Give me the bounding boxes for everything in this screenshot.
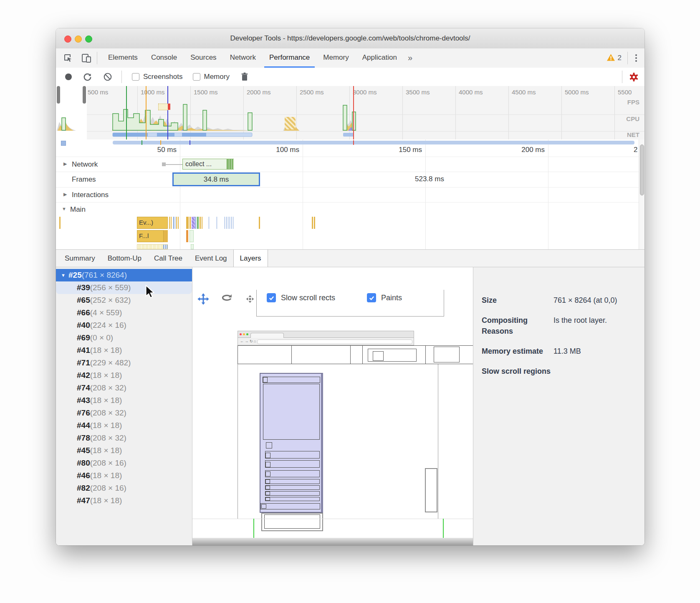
tab-performance[interactable]: Performance	[263, 48, 316, 68]
tab-event-log[interactable]: Event Log	[189, 250, 233, 267]
layer-tree-item[interactable]: #69(0 × 0)	[56, 332, 192, 344]
layer-id: #41	[77, 346, 90, 355]
marker-line-red	[353, 86, 354, 139]
record-button[interactable]	[65, 73, 72, 80]
selection-handle-left[interactable]	[57, 86, 60, 104]
layer-size: (18 × 18)	[90, 446, 122, 455]
screenshot-thumb-placeholder	[158, 104, 168, 110]
layer-tree-item[interactable]: #39(256 × 559)	[56, 281, 192, 294]
main-band	[137, 244, 168, 249]
detail-value	[553, 366, 620, 377]
tab-layers[interactable]: Layers	[233, 250, 268, 267]
screenshots-checkbox[interactable]	[132, 73, 139, 81]
layer-size: (252 × 632)	[90, 296, 131, 304]
inspect-element-icon[interactable]	[62, 52, 74, 64]
tab-bottom-up[interactable]: Bottom-Up	[101, 250, 148, 267]
reset-view-icon[interactable]	[243, 291, 258, 307]
network-request-bar[interactable]: collect ...	[182, 159, 234, 170]
gridline	[303, 139, 303, 249]
row-divider	[56, 187, 644, 187]
mini-browser-titlebar	[238, 331, 414, 338]
trash-icon[interactable]	[240, 72, 249, 81]
mini-browser-toolbar: ← → ↻ ⌂	[238, 338, 414, 345]
tab-summary[interactable]: Summary	[58, 250, 101, 267]
row-divider	[56, 202, 644, 203]
main-thread-task	[200, 217, 201, 229]
tab-console[interactable]: Console	[144, 48, 184, 68]
reload-and-profile-icon[interactable]	[83, 72, 92, 82]
selected-frame[interactable]: 34.8 ms	[172, 172, 260, 186]
main-thread-task	[178, 217, 179, 229]
kebab-menu-icon[interactable]	[632, 54, 644, 62]
pan-mode-icon[interactable]	[196, 291, 211, 307]
layer-size: (18 × 18)	[90, 496, 122, 505]
tab-call-tree[interactable]: Call Tree	[148, 250, 189, 267]
layer-tree-item[interactable]: #40(224 × 16)	[56, 319, 192, 332]
gridline	[425, 139, 426, 249]
layer-tree-item[interactable]: #82(208 × 16)	[56, 482, 192, 494]
layer-tree-item[interactable]: #42(18 × 18)	[56, 369, 192, 382]
layer-tree-item[interactable]: #71(229 × 482)	[56, 357, 192, 369]
layer-tree-item[interactable]: #47(18 × 18)	[56, 494, 192, 507]
main-function-bar[interactable]: F...l	[137, 230, 164, 242]
main-thread-task	[190, 217, 191, 229]
main-thread-task	[59, 217, 61, 229]
interactions-expand-icon[interactable]: ▶	[63, 192, 67, 197]
layer-tree-item[interactable]: #78(208 × 32)	[56, 432, 192, 444]
tab-application[interactable]: Application	[356, 48, 404, 68]
layer-tree-item[interactable]: #76(208 × 32)	[56, 407, 192, 419]
layer-id: #82	[77, 484, 90, 492]
tab-network[interactable]: Network	[223, 48, 263, 68]
layer-tree-item[interactable]: #41(18 × 18)	[56, 344, 192, 357]
network-request-square	[162, 162, 166, 166]
flame-chart[interactable]: 50 ms100 ms150 ms200 ms2 ▶ Network colle…	[56, 139, 644, 249]
layer-tree-item[interactable]: #43(18 × 18)	[56, 394, 192, 407]
layer-tree-item[interactable]: #46(18 × 18)	[56, 469, 192, 482]
layer-id: #25	[68, 271, 82, 279]
settings-gear-icon[interactable]	[618, 71, 639, 83]
main-collapse-icon[interactable]: ▼	[62, 206, 66, 211]
paints-checkbox[interactable]	[367, 293, 376, 302]
layer-size: (761 × 8264)	[82, 271, 127, 279]
main-event-bar[interactable]: Ev...)	[137, 217, 168, 229]
slow-scroll-rects-checkbox[interactable]	[267, 293, 276, 302]
layer-tree-item[interactable]: #65(252 × 632)	[56, 294, 192, 307]
layer-canvas-pane[interactable]: Slow scroll rects Paints ← → ↻ ⌂	[192, 267, 473, 545]
flame-scroll-strip[interactable]	[113, 141, 634, 144]
main-thread-task	[314, 217, 315, 229]
memory-checkbox-row[interactable]: Memory	[193, 73, 230, 81]
strip-marker-orange	[160, 140, 161, 145]
layer-size: (18 × 18)	[90, 471, 122, 480]
clear-icon[interactable]	[103, 72, 112, 81]
layer-tree-item[interactable]: #66(4 × 559)	[56, 307, 192, 319]
tab-elements[interactable]: Elements	[101, 48, 144, 68]
screenshots-checkbox-row[interactable]: Screenshots	[132, 73, 183, 81]
main-row-label: Main	[70, 205, 86, 214]
warning-icon[interactable]	[606, 53, 615, 63]
details-tabbar: SummaryBottom-UpCall TreeEvent LogLayers	[56, 249, 644, 267]
collapse-icon[interactable]: ▼	[61, 269, 66, 281]
layer-id: #45	[77, 446, 90, 455]
selection-handle-right[interactable]	[83, 86, 86, 104]
strip-handle[interactable]	[61, 141, 66, 146]
timeline-overview[interactable]: 500 ms1000 ms1500 ms2000 ms2500 ms3000 m…	[56, 86, 644, 140]
more-tabs-chevron[interactable]: »	[404, 48, 417, 68]
layer-tree-item[interactable]: ▼#25(761 × 8264)	[56, 269, 192, 281]
memory-checkbox[interactable]	[193, 73, 200, 81]
rotate-mode-icon[interactable]	[219, 291, 234, 307]
main-thread-task	[231, 217, 232, 229]
scrollbar-thumb[interactable]	[640, 144, 644, 195]
tab-memory[interactable]: Memory	[316, 48, 355, 68]
device-toolbar-icon[interactable]	[80, 52, 93, 64]
overview-selection-window[interactable]	[56, 86, 87, 139]
layer-size: (208 × 16)	[90, 459, 126, 467]
layer-size: (4 × 559)	[90, 308, 122, 317]
devtools-tabbar: ElementsConsoleSourcesNetworkPerformance…	[56, 48, 644, 68]
layer-tree-item[interactable]: #45(18 × 18)	[56, 444, 192, 457]
layer-tree-item[interactable]: #80(208 × 16)	[56, 457, 192, 469]
layer-tree-item[interactable]: #74(208 × 32)	[56, 382, 192, 394]
network-expand-icon[interactable]: ▶	[63, 161, 67, 167]
next-frame-duration[interactable]: 523.8 ms	[415, 175, 444, 183]
layer-tree-item[interactable]: #44(18 × 18)	[56, 419, 192, 432]
tab-sources[interactable]: Sources	[184, 48, 223, 68]
